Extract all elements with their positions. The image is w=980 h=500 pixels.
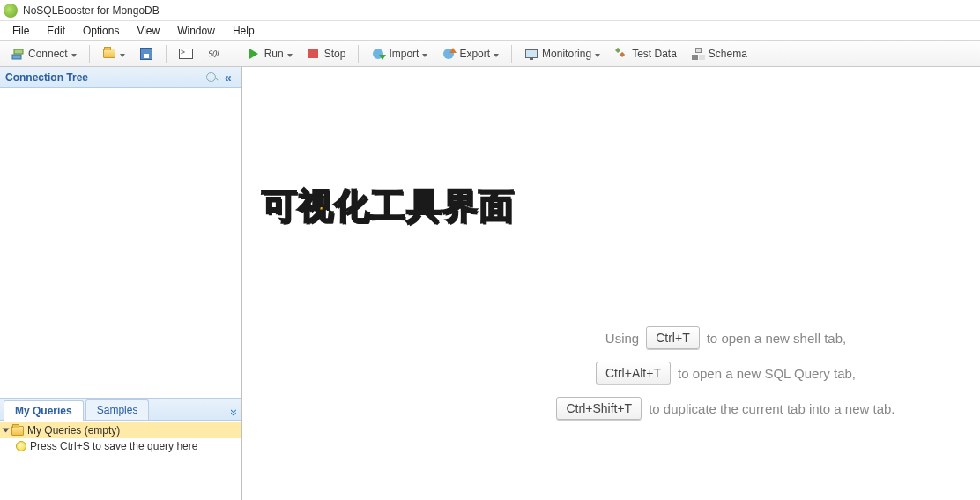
save-icon [139,47,153,61]
import-label: Import [389,48,419,60]
connect-button[interactable]: Connect [4,43,83,64]
title-bar: NoSQLBooster for MongoDB [0,0,980,21]
svg-rect-0 [12,55,21,59]
queries-root-label: My Queries (empty) [27,424,120,437]
caret-icon [71,48,77,60]
app-icon [4,4,18,18]
sql-icon: SQL [207,47,221,61]
stop-label: Stop [324,48,346,60]
hint-pre: Using [605,331,639,346]
triangle-icon [4,427,8,434]
toolbar-separator [358,45,359,63]
menu-view[interactable]: View [128,23,168,39]
search-icon[interactable] [204,70,220,86]
tab-my-queries[interactable]: My Queries [4,400,84,421]
export-label: Export [459,48,490,60]
monitor-icon [524,47,538,61]
overlay-annotation: 可视化工具界面 [262,182,515,230]
connection-tree-header: Connection Tree [0,67,241,88]
hint-post: to duplicate the current tab into a new … [649,401,895,416]
schema-label: Schema [709,48,747,60]
caret-icon [287,48,293,60]
menu-options[interactable]: Options [74,23,128,39]
menu-window[interactable]: Window [168,23,224,39]
content-area: 可视化工具界面 Using Ctrl+T to open a new shell… [242,67,980,500]
menu-file[interactable]: File [4,23,38,39]
shell-icon [179,47,193,61]
queries-hint-label: Press Ctrl+S to save the query here [30,440,197,452]
hint-post: to open a new shell tab, [707,331,846,346]
queries-body: My Queries (empty) Press Ctrl+S to save … [0,421,241,500]
hint-row-new-shell: Using Ctrl+T to open a new shell tab, [489,326,962,349]
folder-icon [102,47,116,61]
export-icon [442,47,456,61]
open-button[interactable] [96,43,131,64]
shell-button[interactable] [173,43,199,64]
toolbar-separator [234,45,234,63]
queries-hint-row: Press Ctrl+S to save the query here [0,438,241,454]
connect-label: Connect [28,48,68,60]
import-button[interactable]: Import [365,43,434,64]
monitoring-label: Monitoring [542,48,591,60]
toolbar: Connect SQL Run Stop Import Export Monit… [0,41,980,67]
import-icon [371,47,385,61]
toolbar-separator [89,45,90,63]
caret-icon [595,48,600,60]
toolbar-separator [511,45,512,63]
test-data-icon [614,47,628,61]
sql-button[interactable]: SQL [201,43,227,64]
connect-icon [11,47,25,61]
test-data-button[interactable]: Test Data [608,43,683,64]
export-button[interactable]: Export [435,43,505,64]
hint-row-duplicate: Ctrl+Shift+T to duplicate the current ta… [489,397,962,420]
menu-help[interactable]: Help [224,23,264,39]
run-button[interactable]: Run [241,43,299,64]
queries-root-row[interactable]: My Queries (empty) [0,422,241,438]
collapse-icon[interactable] [220,70,236,86]
stop-button[interactable]: Stop [301,43,353,64]
test-data-label: Test Data [632,48,677,60]
schema-icon [691,47,705,61]
main-area: Connection Tree My Queries Samples My Qu… [0,67,980,500]
kbd-ctrl-alt-t: Ctrl+Alt+T [596,362,671,384]
toolbar-separator [166,45,167,63]
connection-tree-title: Connection Tree [5,71,88,84]
svg-rect-1 [14,49,23,54]
app-title: NoSQLBooster for MongoDB [23,4,160,17]
bulb-icon [16,441,26,451]
hint-row-new-sql: Ctrl+Alt+T to open a new SQL Query tab, [489,362,962,384]
monitoring-button[interactable]: Monitoring [518,43,606,64]
menu-bar: File Edit Options View Window Help [0,21,980,41]
caret-icon [422,48,427,60]
shortcut-hints: Using Ctrl+T to open a new shell tab, Ct… [489,314,962,432]
play-icon [247,47,261,61]
run-label: Run [264,48,284,60]
tab-samples[interactable]: Samples [85,399,150,420]
hint-post: to open a new SQL Query tab, [678,366,856,381]
save-button[interactable] [133,43,160,64]
kbd-ctrl-shift-t: Ctrl+Shift+T [556,397,642,420]
expand-icon[interactable] [231,406,238,420]
connection-tree-body[interactable] [0,88,241,398]
caret-icon [494,48,499,60]
menu-edit[interactable]: Edit [38,23,74,39]
schema-button[interactable]: Schema [685,43,754,64]
kbd-ctrl-t: Ctrl+T [646,326,700,349]
folder-icon [11,426,24,436]
queries-tabstrip: My Queries Samples [0,398,241,421]
caret-icon [120,48,125,60]
stop-icon [307,47,321,61]
sidebar: Connection Tree My Queries Samples My Qu… [0,67,242,500]
